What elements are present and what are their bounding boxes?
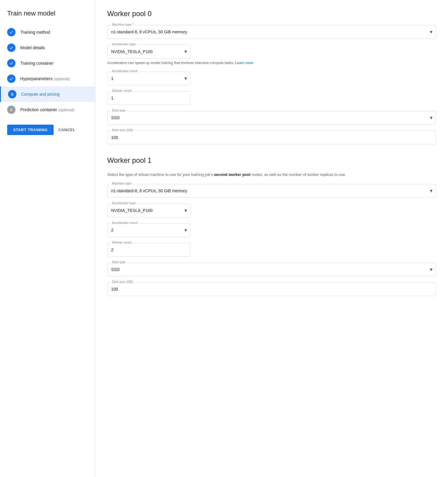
- accelerator-0-learn-more[interactable]: Learn more: [235, 61, 253, 65]
- accelerator-count-1-wrapper: 2 ▾: [107, 223, 191, 237]
- machine-type-0-wrapper: n1-standard-8, 8 vCPUs, 30 GiB memory ▾: [107, 25, 436, 39]
- disk-size-0-input[interactable]: [107, 131, 436, 144]
- disk-type-0-label: Disk type: [111, 109, 127, 112]
- accelerator-count-1-label: Accelerator count: [111, 221, 139, 224]
- accelerator-type-0-select[interactable]: NVIDIA_TESLA_P100: [107, 45, 191, 58]
- sidebar-actions: START TRAINING CANCEL: [0, 117, 95, 135]
- step-icon-prediction-container: 6: [7, 106, 15, 114]
- disk-type-0-select[interactable]: SSD: [107, 111, 436, 125]
- disk-size-1-label: Disk size (GB): [111, 280, 134, 284]
- accelerator-type-1-container: Accelerator type NVIDIA_TESLA_P100 ▾: [107, 204, 436, 217]
- accelerator-count-0-container: Accelerator count 1 ▾: [107, 72, 436, 85]
- worker-count-0-input[interactable]: [107, 91, 191, 105]
- step-icon-hyperparameters: [7, 75, 15, 83]
- sidebar-item-label-training-container: Training container: [20, 61, 54, 66]
- worker-pool-0-title: Worker pool 0: [107, 10, 436, 18]
- sidebar-item-hyperparameters[interactable]: Hyperparameters (optional): [0, 71, 95, 86]
- machine-type-1-container: Machine type n1-standard-8, 8 vCPUs, 30 …: [107, 184, 436, 198]
- machine-type-1-wrapper: n1-standard-8, 8 vCPUs, 30 GiB memory ▾: [107, 184, 436, 198]
- start-training-button[interactable]: START TRAINING: [7, 125, 54, 135]
- worker-pool-1: Worker pool 1 Select the type of virtual…: [107, 156, 436, 296]
- accelerator-count-0-select[interactable]: 1: [107, 72, 191, 85]
- disk-size-0-container: Disk size (GB): [107, 131, 436, 144]
- machine-type-1-select[interactable]: n1-standard-8, 8 vCPUs, 30 GiB memory: [107, 184, 436, 198]
- sidebar-item-label-prediction-container: Prediction container (optional): [20, 107, 74, 112]
- step-icon-model-details: [7, 44, 15, 52]
- sidebar-item-optional-prediction-container: (optional): [58, 108, 74, 112]
- accelerator-0-helper: Accelerators can speed up model training…: [107, 60, 436, 66]
- worker-count-1-input[interactable]: [107, 243, 191, 257]
- cancel-button[interactable]: CANCEL: [56, 125, 78, 135]
- disk-type-1-wrapper: SSD ▾: [107, 263, 436, 276]
- worker-pool-0: Worker pool 0 Machine type n1-standard-8…: [107, 10, 436, 144]
- sidebar-nav: Training method Model details Training c…: [0, 24, 95, 117]
- sidebar-item-label-training-method: Training method: [20, 30, 50, 35]
- accelerator-type-1-wrapper: NVIDIA_TESLA_P100 ▾: [107, 204, 191, 217]
- worker-count-1-label: Worker count: [111, 241, 133, 244]
- disk-type-1-label: Disk type: [111, 260, 127, 264]
- accelerator-count-1-container: Accelerator count 2 ▾: [107, 223, 436, 237]
- disk-type-1-select[interactable]: SSD: [107, 263, 436, 276]
- sidebar-item-optional-hyperparameters: (optional): [54, 77, 70, 81]
- disk-size-1-container: Disk size (GB): [107, 282, 436, 296]
- machine-type-0-select[interactable]: n1-standard-8, 8 vCPUs, 30 GiB memory: [107, 25, 436, 39]
- disk-size-0-label: Disk size (GB): [111, 128, 134, 132]
- sidebar-item-compute-pricing[interactable]: 5Compute and pricing: [0, 86, 95, 102]
- sidebar: Train new model Training method Model de…: [0, 0, 95, 477]
- sidebar-item-prediction-container[interactable]: 6Prediction container (optional): [0, 102, 95, 117]
- accelerator-type-0-label: Accelerator type: [111, 42, 137, 46]
- sidebar-item-training-method[interactable]: Training method: [0, 24, 95, 40]
- machine-type-0-container: Machine type n1-standard-8, 8 vCPUs, 30 …: [107, 25, 436, 39]
- accelerator-type-0-container: Accelerator type NVIDIA_TESLA_P100 ▾ Acc…: [107, 45, 436, 66]
- machine-type-1-label: Machine type: [111, 182, 133, 185]
- sidebar-item-label-model-details: Model details: [20, 45, 45, 50]
- step-icon-compute-pricing: 5: [8, 90, 16, 98]
- accelerator-type-1-select[interactable]: NVIDIA_TESLA_P100: [107, 204, 191, 217]
- worker-pool-1-title: Worker pool 1: [107, 156, 436, 165]
- accelerator-type-1-label: Accelerator type: [111, 201, 137, 205]
- sidebar-item-training-container[interactable]: Training container: [0, 55, 95, 71]
- worker-pool-1-description: Select the type of virtual machine to us…: [107, 172, 436, 178]
- accelerator-count-1-select[interactable]: 2: [107, 223, 191, 237]
- accelerator-count-0-label: Accelerator count: [111, 69, 139, 73]
- accelerator-type-0-wrapper: NVIDIA_TESLA_P100 ▾: [107, 45, 191, 58]
- sidebar-item-label-hyperparameters: Hyperparameters (optional): [20, 76, 70, 81]
- disk-type-1-container: Disk type SSD ▾: [107, 263, 436, 276]
- worker-count-1-container: Worker count: [107, 243, 191, 257]
- disk-type-0-wrapper: SSD ▾: [107, 111, 436, 125]
- disk-type-0-container: Disk type SSD ▾: [107, 111, 436, 125]
- main-content: Worker pool 0 Machine type n1-standard-8…: [95, 0, 448, 477]
- page-title: Train new model: [0, 7, 95, 24]
- accelerator-count-0-wrapper: 1 ▾: [107, 72, 191, 85]
- worker-count-0-container: Worker count: [107, 91, 191, 105]
- sidebar-item-label-compute-pricing: Compute and pricing: [21, 92, 60, 97]
- disk-size-1-input[interactable]: [107, 282, 436, 296]
- sidebar-item-model-details[interactable]: Model details: [0, 40, 95, 55]
- step-icon-training-method: [7, 28, 15, 36]
- machine-type-0-label: Machine type: [111, 23, 135, 26]
- step-icon-training-container: [7, 59, 15, 67]
- worker-count-0-label: Worker count: [111, 89, 133, 92]
